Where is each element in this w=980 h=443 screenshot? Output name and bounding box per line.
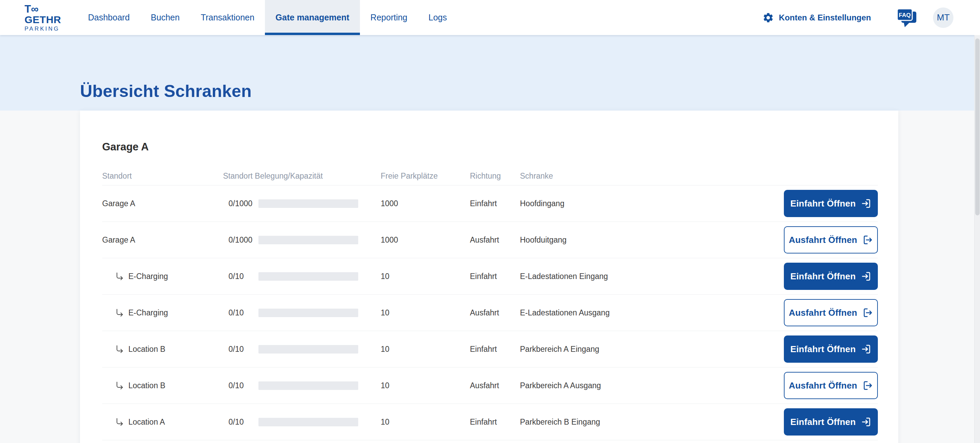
- logo-line-2: GETHR: [24, 14, 61, 25]
- gate-name-label: E-Ladestationen Eingang: [520, 272, 689, 281]
- gate-name-label: E-Ladestationen Ausgang: [520, 308, 689, 318]
- einfahrt-oeffnen-button[interactable]: Einfahrt Öffnen: [784, 335, 878, 363]
- occupancy-progress-bar: [258, 309, 358, 317]
- main-nav: Dashboard Buchen Transaktionen Gate mana…: [78, 0, 458, 35]
- free-spaces-value: 10: [381, 272, 470, 281]
- free-spaces-value: 1000: [381, 235, 470, 245]
- col-header-schranke: Schranke: [520, 171, 689, 181]
- direction-label: Einfahrt: [470, 199, 520, 208]
- faq-button[interactable]: FAQ: [896, 8, 918, 27]
- sub-level-arrow-icon: [115, 272, 124, 281]
- standort-label: Location B: [128, 381, 165, 390]
- gate-name-label: Parkbereich A Ausgang: [520, 381, 689, 390]
- direction-label: Einfahrt: [470, 345, 520, 354]
- standort-label: Location B: [128, 345, 165, 354]
- occupancy-capacity-value: 0/1000: [229, 235, 258, 245]
- nav-item-gate-management[interactable]: Gate management: [265, 0, 360, 35]
- direction-label: Einfahrt: [470, 272, 520, 281]
- col-header-belegung: Standort Belegung/Kapazität: [223, 171, 381, 181]
- nav-item-label: Gate management: [275, 13, 349, 22]
- direction-label: Ausfahrt: [470, 308, 520, 318]
- occupancy-progress-bar: [258, 345, 358, 354]
- sub-level-arrow-icon: [115, 418, 124, 426]
- nav-item-reporting[interactable]: Reporting: [360, 0, 418, 35]
- logo-line-3: PARKING: [24, 26, 61, 32]
- table-header-row: Standort Standort Belegung/Kapazität Fre…: [102, 167, 878, 186]
- standort-label: E-Charging: [128, 272, 168, 281]
- toogethr-parking-logo[interactable]: T∞ GETHR PARKING: [24, 4, 61, 32]
- einfahrt-oeffnen-button[interactable]: Einfahrt Öffnen: [784, 263, 878, 290]
- vertical-scrollbar[interactable]: [974, 35, 980, 443]
- gate-button-label: Einfahrt Öffnen: [790, 344, 856, 354]
- col-header-freie-parkplaetze: Freie Parkplätze: [381, 171, 470, 181]
- logo-line-1: T∞: [24, 4, 61, 14]
- page-header-banner: Übersicht Schranken: [0, 35, 980, 111]
- standort-label: Garage A: [102, 199, 135, 208]
- table-row: Garage A 0/1000 1000 Ausfahrt Hoofduitga…: [102, 222, 878, 258]
- sub-level-arrow-icon: [115, 308, 124, 317]
- free-spaces-value: 1000: [381, 199, 470, 208]
- table-row: Location B 0/10 10 Ausfahrt Parkbereich …: [102, 367, 878, 404]
- gate-name-label: Parkbereich A Eingang: [520, 345, 689, 354]
- exit-gate-icon: [862, 235, 873, 245]
- exit-gate-icon: [862, 380, 873, 391]
- occupancy-progress-bar: [258, 199, 358, 208]
- table-row: Location A 0/10 10 Einfahrt Parkbereich …: [102, 404, 878, 440]
- occupancy-capacity-value: 0/10: [229, 308, 258, 318]
- table-row: Garage A 0/1000 1000 Einfahrt Hoofdingan…: [102, 186, 878, 222]
- nav-item-label: Logs: [428, 13, 447, 22]
- sub-level-arrow-icon: [115, 345, 124, 354]
- gate-button-label: Ausfahrt Öffnen: [789, 308, 858, 318]
- occupancy-progress-bar: [258, 381, 358, 390]
- nav-item-label: Dashboard: [88, 13, 130, 22]
- topbar-spacer: [457, 0, 762, 35]
- ausfahrt-oeffnen-button[interactable]: Ausfahrt Öffnen: [784, 372, 878, 399]
- free-spaces-value: 10: [381, 345, 470, 354]
- occupancy-capacity-value: 0/10: [229, 272, 258, 281]
- nav-item-label: Buchen: [151, 13, 180, 22]
- occupancy-capacity-value: 0/10: [229, 345, 258, 354]
- table-body: Garage A 0/1000 1000 Einfahrt Hoofdingan…: [102, 186, 878, 440]
- nav-item-label: Transaktionen: [201, 13, 255, 22]
- einfahrt-oeffnen-button[interactable]: Einfahrt Öffnen: [784, 190, 878, 217]
- occupancy-progress-bar: [258, 236, 358, 244]
- scrollbar-thumb[interactable]: [975, 38, 980, 215]
- gate-button-label: Einfahrt Öffnen: [790, 271, 856, 282]
- nav-item-label: Reporting: [371, 13, 407, 22]
- nav-item-dashboard[interactable]: Dashboard: [78, 0, 140, 35]
- nav-item-transaktionen[interactable]: Transaktionen: [190, 0, 265, 35]
- direction-label: Einfahrt: [470, 418, 520, 427]
- standort-label: Location A: [128, 418, 165, 427]
- gates-overview-card: Garage A Standort Standort Belegung/Kapa…: [80, 111, 898, 443]
- faq-label: FAQ: [899, 12, 911, 18]
- gear-icon: [762, 12, 774, 24]
- gate-management-page: T∞ GETHR PARKING Dashboard Buchen Transa…: [0, 0, 980, 443]
- gate-name-label: Hoofdingang: [520, 199, 689, 208]
- exit-gate-icon: [862, 308, 873, 318]
- table-row: E-Charging 0/10 10 Ausfahrt E-Ladestatio…: [102, 295, 878, 331]
- table-row: E-Charging 0/10 10 Einfahrt E-Ladestatio…: [102, 258, 878, 295]
- free-spaces-value: 10: [381, 308, 470, 318]
- occupancy-progress-bar: [258, 418, 358, 426]
- enter-gate-icon: [861, 344, 871, 354]
- standort-label: Garage A: [102, 235, 135, 245]
- einfahrt-oeffnen-button[interactable]: Einfahrt Öffnen: [784, 408, 878, 435]
- garage-section-title: Garage A: [102, 141, 878, 153]
- nav-item-logs[interactable]: Logs: [418, 0, 457, 35]
- top-navigation-bar: T∞ GETHR PARKING Dashboard Buchen Transa…: [0, 0, 980, 35]
- ausfahrt-oeffnen-button[interactable]: Ausfahrt Öffnen: [784, 226, 878, 254]
- enter-gate-icon: [861, 198, 871, 208]
- occupancy-capacity-value: 0/10: [229, 381, 258, 390]
- gate-button-label: Einfahrt Öffnen: [790, 198, 856, 209]
- gate-button-label: Ausfahrt Öffnen: [789, 380, 858, 391]
- gate-name-label: Hoofduitgang: [520, 235, 689, 245]
- direction-label: Ausfahrt: [470, 381, 520, 390]
- accounts-settings-link[interactable]: Konten & Einstellungen: [762, 12, 871, 24]
- nav-item-buchen[interactable]: Buchen: [140, 0, 190, 35]
- gate-name-label: Parkbereich B Eingang: [520, 418, 689, 427]
- ausfahrt-oeffnen-button[interactable]: Ausfahrt Öffnen: [784, 299, 878, 326]
- user-avatar[interactable]: MT: [933, 8, 953, 28]
- page-title: Übersicht Schranken: [80, 81, 251, 101]
- table-row: Location B 0/10 10 Einfahrt Parkbereich …: [102, 331, 878, 367]
- sub-level-arrow-icon: [115, 381, 124, 390]
